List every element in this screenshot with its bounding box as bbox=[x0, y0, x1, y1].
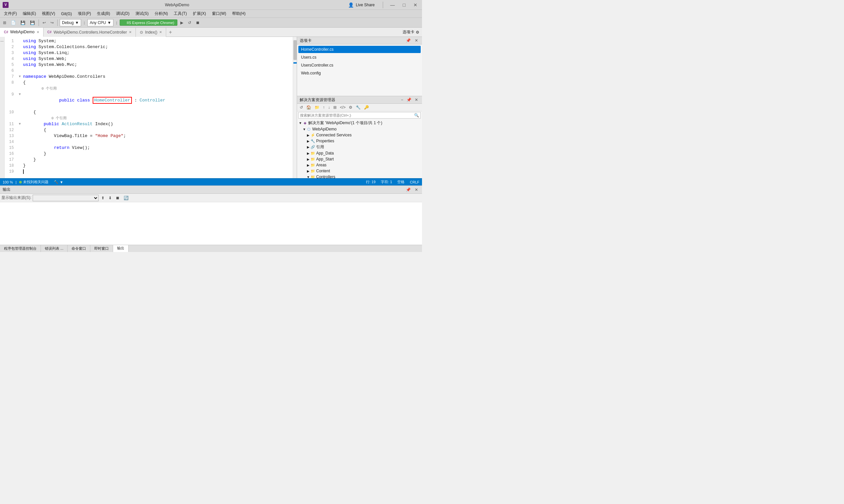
bottom-tab-pkg[interactable]: 程序包管理器控制台 bbox=[0, 245, 41, 252]
run-button[interactable]: ▶ IIS Express (Google Chrome) bbox=[120, 19, 177, 26]
controllers-arrow[interactable]: ▼ bbox=[306, 175, 310, 179]
sol-tb-4[interactable]: ↑ bbox=[322, 104, 326, 110]
doc-tab-close-2[interactable]: ✕ bbox=[159, 30, 162, 34]
options-item-2[interactable]: UsersController.cs bbox=[298, 61, 421, 69]
sol-tb-2[interactable]: 🏠 bbox=[305, 104, 312, 110]
maximize-button[interactable]: □ bbox=[401, 2, 408, 8]
menu-item-8[interactable]: 分析(N) bbox=[152, 10, 171, 17]
areas-arrow[interactable]: ▶ bbox=[306, 163, 310, 167]
sol-tb-8[interactable]: ⚙ bbox=[347, 104, 354, 110]
output-tb-1[interactable]: ⬆ bbox=[100, 195, 106, 201]
no-issues-status[interactable]: 未找到相关问题 bbox=[19, 180, 49, 184]
output-tb-3[interactable]: ⏹ bbox=[115, 195, 121, 201]
toolbar-btn-4[interactable]: 💾 bbox=[28, 19, 37, 26]
toolbar-btn-1[interactable]: ⊞ bbox=[1, 19, 8, 26]
app-data-arrow[interactable]: ▶ bbox=[306, 151, 310, 155]
doc-tab-2[interactable]: ⊙ Index() ✕ bbox=[136, 28, 166, 37]
output-source-select[interactable] bbox=[33, 195, 99, 201]
debug-dropdown[interactable]: Debug ▼ bbox=[60, 19, 81, 26]
sol-tb-6[interactable]: ⊞ bbox=[332, 104, 338, 110]
toolbar-btn-5[interactable]: ▶ bbox=[179, 19, 185, 26]
minimize-button[interactable]: — bbox=[389, 2, 397, 8]
solution-search-input[interactable] bbox=[300, 113, 414, 117]
bottom-tab-cmd[interactable]: 命令窗口 bbox=[68, 245, 90, 252]
zoom-status[interactable]: 100 % bbox=[3, 180, 13, 184]
undo-button[interactable]: ↩ bbox=[41, 19, 48, 26]
sol-pin-btn[interactable]: 📌 bbox=[405, 97, 413, 103]
line-expand-7[interactable]: ▼ bbox=[18, 74, 22, 80]
bottom-tab-immediate[interactable]: 即时窗口 bbox=[90, 245, 113, 252]
app-start-arrow[interactable]: ▶ bbox=[306, 158, 310, 161]
sol-tb-9[interactable]: 🔧 bbox=[355, 104, 362, 110]
cpu-dropdown[interactable]: Any CPU ▼ bbox=[87, 19, 114, 26]
options-tab-btn[interactable]: 选项卡 ⚙ bbox=[400, 29, 422, 35]
menu-item-6[interactable]: 调试(D) bbox=[114, 10, 132, 17]
doc-tab-close-1[interactable]: ✕ bbox=[129, 30, 132, 34]
options-pin-btn[interactable]: 📌 bbox=[404, 38, 412, 43]
code-editor[interactable]: 1 using System; 2 using System.Collectio… bbox=[5, 37, 293, 178]
output-pin-btn[interactable]: 📌 bbox=[404, 187, 412, 193]
menu-item-2[interactable]: 视图(V) bbox=[39, 10, 58, 17]
sol-tb-10[interactable]: 🔑 bbox=[363, 104, 370, 110]
output-close-btn[interactable]: ✕ bbox=[413, 187, 419, 193]
menu-item-10[interactable]: 扩展(X) bbox=[190, 10, 209, 17]
line-expand-11[interactable]: ▼ bbox=[18, 121, 22, 127]
menu-item-4[interactable]: 项目(P) bbox=[75, 10, 93, 17]
options-item-0[interactable]: HomeController.cs bbox=[298, 46, 421, 53]
encoding-status[interactable]: CRLF bbox=[410, 180, 419, 184]
sol-tb-5[interactable]: ↓ bbox=[327, 104, 331, 110]
sol-tb-3[interactable]: 📁 bbox=[313, 104, 321, 110]
close-button[interactable]: ✕ bbox=[411, 2, 419, 8]
connected-arrow[interactable]: ▶ bbox=[306, 133, 310, 137]
toolbar-btn-6[interactable]: ↺ bbox=[186, 19, 193, 26]
bottom-tab-errors[interactable]: 错误列表 ... bbox=[41, 245, 68, 252]
sol-project-arrow[interactable]: ▼ bbox=[302, 127, 306, 131]
references-arrow[interactable]: ▶ bbox=[306, 145, 310, 149]
tree-content[interactable]: ▶ 📁 Content bbox=[297, 168, 422, 174]
options-item-1[interactable]: Users.cs bbox=[298, 54, 421, 61]
output-tb-2[interactable]: ⬇ bbox=[107, 195, 113, 201]
menu-item-3[interactable]: Git(G) bbox=[58, 11, 74, 17]
options-close-btn[interactable]: ✕ bbox=[413, 38, 419, 43]
tree-app-start[interactable]: ▶ 📁 App_Start bbox=[297, 156, 422, 162]
tree-connected-services[interactable]: ▶ ⚡ Connected Services bbox=[297, 132, 422, 138]
sol-tb-1[interactable]: ↺ bbox=[298, 104, 304, 110]
tree-references[interactable]: ▶ 🔗 引用 bbox=[297, 144, 422, 150]
col-status[interactable]: 字符: 1 bbox=[381, 180, 392, 184]
sol-root-arrow[interactable]: ▼ bbox=[298, 121, 302, 125]
solution-search-box[interactable]: 🔍 bbox=[298, 112, 421, 119]
output-content[interactable] bbox=[0, 202, 422, 245]
menu-item-12[interactable]: 帮助(H) bbox=[229, 10, 248, 17]
toolbar-btn-2[interactable]: 📄 bbox=[9, 19, 17, 26]
properties-arrow[interactable]: ▶ bbox=[306, 139, 310, 143]
menu-item-0[interactable]: 文件(F) bbox=[1, 10, 19, 17]
tree-properties[interactable]: ▶ 🔧 Properties bbox=[297, 138, 422, 144]
bottom-tab-output[interactable]: 输出 bbox=[113, 245, 128, 252]
line-expand-9[interactable]: ▼ bbox=[18, 92, 22, 97]
spaces-status[interactable]: 空格 bbox=[397, 180, 404, 184]
tree-areas[interactable]: ▶ 📁 Areas bbox=[297, 162, 422, 168]
sol-collapse-btn[interactable]: − bbox=[400, 97, 404, 103]
content-arrow[interactable]: ▶ bbox=[306, 169, 310, 173]
editor-scrollbar[interactable] bbox=[293, 37, 297, 178]
solution-root[interactable]: ▼ ◈ 解决方案 'WebApiDemo'(1 个项目/共 1 个) bbox=[297, 120, 422, 126]
sol-tb-7[interactable]: </> bbox=[339, 104, 347, 110]
tree-controllers[interactable]: ▼ 📁 Controllers bbox=[297, 174, 422, 178]
menu-item-7[interactable]: 测试(S) bbox=[133, 10, 151, 17]
doc-tab-1[interactable]: C# WebApiDemo.Controllers.HomeController… bbox=[44, 28, 136, 37]
row-status[interactable]: 行: 19 bbox=[366, 180, 376, 184]
toolbar-btn-3[interactable]: 💾 bbox=[19, 19, 27, 26]
sol-close-btn[interactable]: ✕ bbox=[413, 97, 419, 103]
menu-item-11[interactable]: 窗口(W) bbox=[209, 10, 229, 17]
output-tb-4[interactable]: 🔄 bbox=[122, 195, 130, 201]
liveshare-button[interactable]: 👤 Live Share bbox=[345, 2, 377, 7]
doc-tab-close-0[interactable]: ✕ bbox=[37, 30, 39, 34]
toolbar-btn-7[interactable]: ⏹ bbox=[194, 19, 202, 26]
options-item-3[interactable]: Web.config bbox=[298, 70, 421, 77]
solution-project[interactable]: ▼ ⬡ WebApiDemo bbox=[297, 126, 422, 132]
menu-item-9[interactable]: 工具(T) bbox=[171, 10, 189, 17]
doc-tab-0[interactable]: C# WebApiDemo ✕ bbox=[0, 28, 44, 37]
scrollbar-thumb[interactable] bbox=[293, 40, 297, 60]
tree-app-data[interactable]: ▶ 📁 App_Data bbox=[297, 150, 422, 156]
menu-item-5[interactable]: 生成(B) bbox=[94, 10, 113, 17]
